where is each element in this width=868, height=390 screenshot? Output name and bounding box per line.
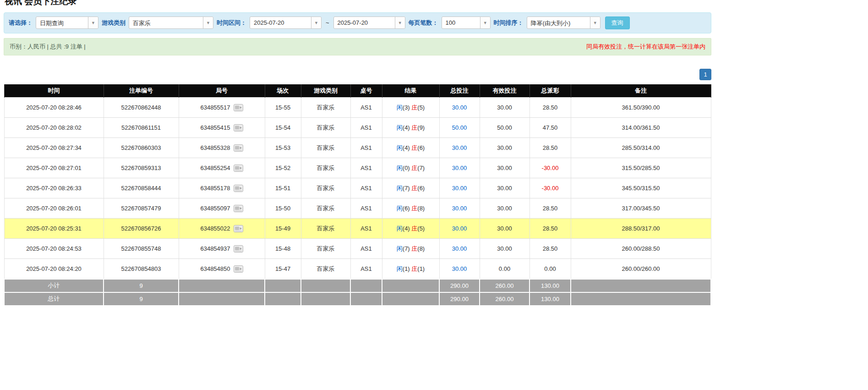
round-id: 634855517 (200, 104, 230, 111)
game-type-cell: 百家乐 (301, 219, 350, 239)
total-valid-bet: 260.00 (480, 292, 530, 306)
round-cell: 634855178 (179, 178, 265, 198)
empty-cell (571, 279, 711, 292)
table-row[interactable]: 2025-07-20 08:28:46 522670862448 6348555… (4, 98, 711, 118)
banker-result-label: 庄 (411, 185, 417, 192)
banker-result-label: 庄 (411, 144, 417, 151)
total-bet-link[interactable]: 30.00 (452, 245, 467, 252)
valid-bet-cell: 30.00 (480, 138, 530, 158)
round-id: 634855097 (200, 205, 230, 212)
date-from-dropdown[interactable]: 2025-07-20 ▼ (250, 16, 322, 29)
player-result-score: (3) (403, 104, 410, 111)
bet-id-cell: 522670858444 (104, 178, 179, 198)
video-icon[interactable] (234, 185, 243, 192)
time-cell: 2025-07-20 08:24:53 (4, 239, 104, 259)
banker-result-label: 庄 (411, 104, 417, 111)
total-bet-link[interactable]: 30.00 (452, 165, 467, 171)
table-row[interactable]: 2025-07-20 08:24:20 522670854803 6348548… (4, 259, 711, 279)
round-cell: 634854937 (179, 239, 265, 259)
valid-bet-cell: 30.00 (480, 158, 530, 178)
game-type-cell: 百家乐 (301, 118, 350, 138)
page-1-button[interactable]: 1 (699, 69, 711, 80)
table-row[interactable]: 2025-07-20 08:27:01 522670859313 6348552… (4, 158, 711, 178)
result-cell: 闲(1) 庄(1) (382, 259, 439, 279)
player-result-score: (7) (403, 245, 410, 252)
note-cell: 317.00/345.50 (571, 198, 711, 219)
round-cell: 634854850 (179, 259, 265, 279)
player-result-score: (0) (403, 165, 410, 171)
game-type-label: 游戏类别 (102, 19, 126, 27)
round-cell: 634855022 (179, 219, 265, 239)
game-type-dropdown[interactable]: 百家乐 ▼ (129, 16, 213, 29)
date-to-dropdown[interactable]: 2025-07-20 ▼ (333, 16, 405, 29)
payout-cell: 28.50 (530, 138, 571, 158)
chevron-down-icon[interactable]: ▼ (311, 17, 321, 28)
banker-result-score: (5) (417, 104, 425, 111)
table-row[interactable]: 2025-07-20 08:24:53 522670855748 6348549… (4, 239, 711, 259)
table-row[interactable]: 2025-07-20 08:26:33 522670858444 6348551… (4, 178, 711, 198)
total-bet-link[interactable]: 50.00 (452, 124, 467, 131)
result-cell: 闲(7) 庄(6) (382, 178, 439, 198)
empty-cell (265, 292, 301, 306)
search-button[interactable]: 查询 (605, 16, 630, 29)
player-result-score: (4) (403, 144, 410, 151)
empty-cell (301, 292, 350, 306)
video-icon[interactable] (234, 205, 243, 212)
video-icon[interactable] (234, 245, 243, 253)
date-from-value: 2025-07-20 (250, 17, 311, 28)
player-result-score: (7) (403, 185, 410, 192)
round-cell: 634855415 (179, 118, 265, 138)
game-type-cell: 百家乐 (301, 138, 350, 158)
player-result-score: (1) (403, 265, 410, 272)
payout-cell: 28.50 (530, 198, 571, 219)
total-bet-link[interactable]: 30.00 (452, 104, 467, 111)
video-icon[interactable] (234, 124, 243, 132)
empty-cell (265, 279, 301, 292)
video-icon[interactable] (234, 225, 243, 232)
table-row[interactable]: 2025-07-20 08:25:31 522670856726 6348550… (4, 219, 711, 239)
time-cell: 2025-07-20 08:24:20 (4, 259, 104, 279)
chevron-down-icon[interactable]: ▼ (395, 17, 405, 28)
note-cell: 260.00/260.00 (571, 259, 711, 279)
result-cell: 闲(6) 庄(8) (382, 198, 439, 219)
game-type-cell: 百家乐 (301, 259, 350, 279)
note-cell: 345.50/315.50 (571, 178, 711, 198)
sort-order-dropdown[interactable]: 降幂(由大到小) ▼ (527, 16, 601, 29)
player-result-label: 闲 (397, 185, 403, 192)
chevron-down-icon[interactable]: ▼ (480, 17, 490, 28)
round-id: 634854850 (200, 265, 230, 272)
game-type-value: 百家乐 (129, 17, 203, 28)
video-icon[interactable] (234, 144, 243, 152)
total-bet-link[interactable]: 30.00 (452, 265, 467, 272)
game-type-cell: 百家乐 (301, 239, 350, 259)
per-page-dropdown[interactable]: 100 ▼ (442, 16, 491, 29)
total-bet-link[interactable]: 30.00 (452, 144, 467, 151)
total-payout: 130.00 (530, 292, 571, 306)
subtotal-label: 小计 (4, 279, 104, 292)
total-bet-link[interactable]: 30.00 (452, 185, 467, 192)
table-row[interactable]: 2025-07-20 08:26:01 522670857479 6348550… (4, 198, 711, 219)
payout-value: 28.50 (543, 144, 558, 151)
payout-cell: 28.50 (530, 98, 571, 118)
subtotal-total-bet: 290.00 (439, 279, 480, 292)
note-cell: 361.50/390.00 (571, 98, 711, 118)
table-row[interactable]: 2025-07-20 08:28:02 522670861151 6348554… (4, 118, 711, 138)
video-icon[interactable] (234, 265, 243, 273)
video-icon[interactable] (234, 165, 243, 172)
note-cell: 314.00/361.50 (571, 118, 711, 138)
chevron-down-icon[interactable]: ▼ (88, 17, 98, 28)
table-no-cell: AS1 (350, 118, 382, 138)
player-result-label: 闲 (397, 124, 403, 131)
video-icon[interactable] (234, 104, 243, 111)
filter-bar: 请选择： 日期查询 ▼ 游戏类别 百家乐 ▼ 时间区间： 2025-07-20 … (4, 12, 711, 33)
subtotal-count: 9 (104, 279, 179, 292)
payout-cell: 28.50 (530, 239, 571, 259)
valid-bet-cell: 30.00 (480, 198, 530, 219)
total-bet-link[interactable]: 30.00 (452, 205, 467, 212)
player-result-label: 闲 (397, 225, 403, 232)
total-bet-link[interactable]: 30.00 (452, 225, 467, 232)
table-row[interactable]: 2025-07-20 08:27:34 522670860303 6348553… (4, 138, 711, 158)
chevron-down-icon[interactable]: ▼ (590, 17, 600, 28)
chevron-down-icon[interactable]: ▼ (203, 17, 213, 28)
query-type-dropdown[interactable]: 日期查询 ▼ (36, 16, 98, 29)
